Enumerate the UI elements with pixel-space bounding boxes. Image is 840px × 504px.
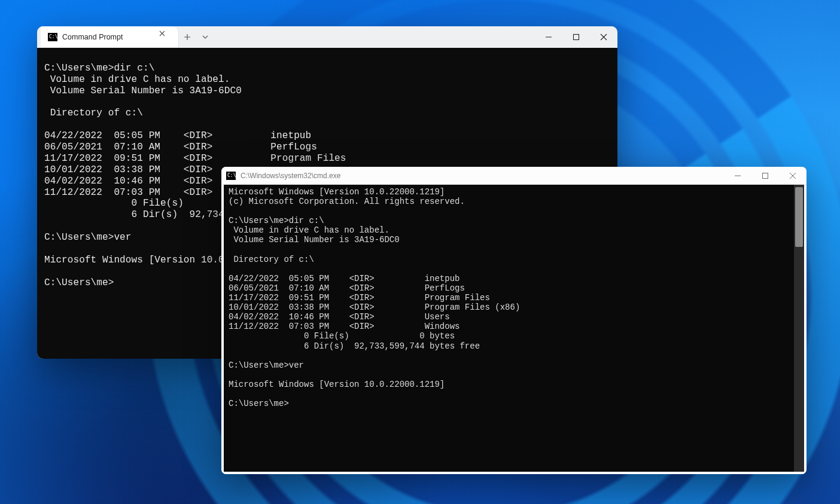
cmd-icon [48,33,57,41]
legacy-cmd-window: C:\Windows\system32\cmd.exe Microsoft Wi… [221,167,806,474]
legacy-window-title: C:\Windows\system32\cmd.exe [241,172,340,180]
close-button[interactable] [590,26,617,48]
legacy-titlebar[interactable]: C:\Windows\system32\cmd.exe [221,167,806,185]
minimize-button[interactable] [724,167,751,185]
terminal-tab-title: Command Prompt [62,33,154,41]
terminal-titlebar[interactable]: Command Prompt [37,26,617,48]
close-button[interactable] [779,167,806,185]
scrollbar-thumb[interactable] [795,187,803,247]
legacy-body-wrap: Microsoft Windows [Version 10.0.22000.12… [221,185,806,474]
window-controls [535,26,617,48]
new-tab-button[interactable] [178,26,196,48]
tab-dropdown-button[interactable] [196,26,214,48]
cmd-icon [226,172,236,180]
legacy-output[interactable]: Microsoft Windows [Version 10.0.22000.12… [224,185,804,472]
terminal-tab[interactable]: Command Prompt [41,26,178,48]
scrollbar[interactable] [794,185,804,472]
svg-rect-0 [574,35,579,40]
window-controls [724,167,806,185]
minimize-button[interactable] [535,26,562,48]
tab-close-button[interactable] [159,30,172,44]
svg-rect-1 [763,173,768,178]
maximize-button[interactable] [562,26,590,48]
maximize-button[interactable] [751,167,779,185]
